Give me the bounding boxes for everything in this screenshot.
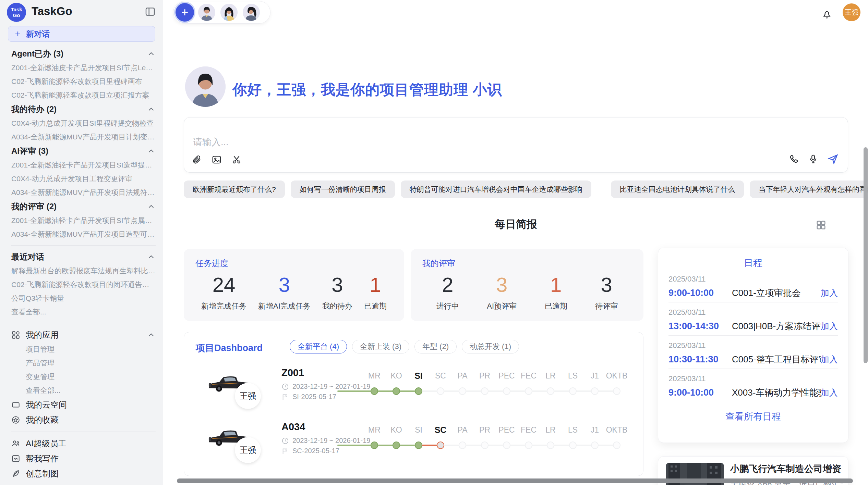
filter-pill[interactable]: 全新平台 (4) [290,340,347,353]
view-all-apps[interactable]: 查看全部... [11,384,156,397]
vertical-scrollbar[interactable] [864,147,868,363]
paperclip-icon[interactable] [192,154,202,165]
chevron-up-icon[interactable] [147,49,156,58]
sidebar-item-my-apps[interactable]: 我的应用 [11,327,156,343]
sidebar-item-ai-super-staff[interactable]: AI超级员工 [11,436,156,451]
sidebar-item-cloud-space[interactable]: 我的云空间 [11,397,156,412]
agent-avatar-3[interactable] [242,3,261,22]
app-item-project-mgmt[interactable]: 项目管理 [11,343,156,356]
join-link[interactable]: 加入 [821,321,838,332]
user-avatar[interactable]: 王强 [843,3,860,21]
section-title: Agent已办 (3) [11,48,63,59]
join-link[interactable]: 加入 [821,354,838,365]
section-my-todo[interactable]: 我的待办 (2) [11,102,156,116]
mic-icon[interactable] [808,154,818,164]
sidebar-item[interactable]: 公司Q3轻卡销量 [11,291,156,305]
sidebar-item-help-me-write[interactable]: 帮我写作 [11,451,156,466]
filter-pill[interactable]: 年型 (2) [414,340,457,353]
event-name: C001-立项审批会 [732,287,821,299]
milestone-label: OKTB [603,425,630,435]
event-time: 9:00-10:00 [668,288,732,298]
view-all-chats[interactable]: 查看全部... [11,305,156,319]
agent-avatar-2[interactable] [219,3,239,22]
app-item-change-mgmt[interactable]: 变更管理 [11,370,156,384]
section-agent-done[interactable]: Agent已办 (3) [11,47,156,61]
chevron-up-icon[interactable] [147,252,156,261]
sidebar-item[interactable]: A034-全新新能源MUV产品开发项目法规符合性评审 [11,186,156,199]
filter-pill[interactable]: 动总开发 (1) [462,340,519,353]
event-time: 10:30-11:30 [668,354,732,365]
sidebar-item-favorites[interactable]: 我的收藏 [11,412,156,427]
sidebar-item[interactable]: C0X4-动力总成开发项目SI里程碑提交物检查 [11,116,156,130]
app-item-product-mgmt[interactable]: 产品管理 [11,356,156,370]
suggestion-chip[interactable]: 特朗普可能对进口汽车增税会对中国车企造成哪些影响 [401,181,591,198]
grid-layout-icon[interactable] [815,219,827,231]
milestone-dot [459,387,466,395]
sidebar-collapse-icon[interactable] [145,6,156,17]
section-ai-review[interactable]: AI评审 (3) [11,144,156,158]
event-date: 2025/03/11 [668,308,838,317]
chevron-up-icon[interactable] [147,331,156,339]
send-icon[interactable] [827,153,839,165]
horizontal-scrollbar[interactable] [177,478,853,483]
suggestion-chip[interactable]: 比亚迪全固态电池计划具体说了什么 [611,181,744,198]
filter-pill[interactable]: 全新上装 (3) [352,340,409,353]
chevron-up-icon[interactable] [147,105,156,114]
phone-icon[interactable] [789,154,799,164]
sidebar-item[interactable]: Z001-全新燃油轻卡产品开发项目SI造型提交物评审 [11,158,156,172]
milestone-dot [547,387,554,395]
stat-label: AI预评审 [487,301,517,311]
divider [11,323,156,323]
new-chat-button[interactable]: 新对话 [8,26,155,42]
chevron-up-icon[interactable] [147,202,156,211]
add-agent-button[interactable] [176,3,194,22]
project-row[interactable]: 王强 A034 2023-12-19 ~ 2026-01-19 SC-2025-… [184,418,643,469]
image-icon[interactable] [212,154,222,165]
agent-avatar-1[interactable] [197,3,216,22]
notification-bell-icon[interactable] [821,9,832,20]
stat: 2进行中 [436,272,459,311]
scissors-icon[interactable] [231,154,242,165]
stat: 3AI预评审 [487,272,517,311]
sidebar-item[interactable]: A034-全新新能源MUV产品开发项目造型可行性评审 [11,227,156,241]
event-date: 2025/03/11 [668,275,838,284]
section-recent-chats[interactable]: 最近对话 [11,250,156,264]
view-all-schedule-link[interactable]: 查看所有日程 [668,410,838,423]
suggestion-chip[interactable]: 欧洲新规最近颁布了什么? [184,181,285,198]
sidebar-item-label: 创意制图 [26,468,59,479]
chevron-up-icon[interactable] [147,147,156,156]
sidebar-item[interactable]: 解释最新出台的欧盟报废车法规再生塑料比例被调至15%... [11,264,156,278]
milestone-dot [415,442,422,449]
app-title: TaskGo [32,5,72,18]
sidebar-item[interactable]: C02-飞腾新能源轻客改款项目里程碑画布 [11,75,156,88]
plus-icon [180,7,190,17]
join-link[interactable]: 加入 [821,287,838,299]
section-my-review[interactable]: 我的评审 (2) [11,199,156,214]
stat-label: 进行中 [436,301,459,311]
sidebar-item[interactable]: C02-飞腾新能源轻客改款项目的闭环通告反馈情况 [11,278,156,291]
suggestion-chip[interactable]: 如何写一份清晰的项目周报 [291,181,395,198]
milestone-dot [525,442,532,449]
project-row[interactable]: 王强 Z001 2023-12-19 ~ 2027-01-19 SI-2025-… [184,364,643,415]
suggestion-chips: 欧洲新规最近颁布了什么? 如何写一份清晰的项目周报 特朗普可能对进口汽车增税会对… [184,181,868,198]
sidebar-item[interactable]: C0X4-动力总成开发项目工程变更评审 [11,172,156,186]
stat-value: 3 [322,272,352,298]
chat-composer[interactable]: 请输入... [184,117,848,173]
milestone-dot [591,387,599,395]
logo-line2: Go [13,12,20,18]
milestone-dot [459,442,466,449]
card-title: 任务进度 [195,258,393,269]
schedule-title: 日程 [668,257,838,269]
write-icon [11,454,20,463]
schedule-card: 日程 2025/03/11 9:00-10:00 C001-立项审批会 加入 2… [658,248,848,443]
agent-switcher [173,1,270,24]
sidebar-item[interactable]: A034-全新新能源MUV产品开发项目计划变更表编写 [11,130,156,144]
join-link[interactable]: 加入 [821,387,838,398]
sidebar-item-creative-drawing[interactable]: 创意制图 [11,466,156,481]
milestone-dot [481,442,489,449]
sidebar-item[interactable]: Z001-全新燃油皮卡产品开发项目SI节点Lesson Learn报告 [11,61,156,75]
suggestion-chip[interactable]: 当下年轻人对汽车外观有怎样的喜好趋势 [750,181,868,198]
sidebar-item[interactable]: C02-飞腾新能源轻客改款项目立项汇报方案 [11,88,156,102]
sidebar-item[interactable]: Z001-全新燃油轻卡产品开发项目SI节点属性5D文件评审 [11,214,156,227]
owner-badge: 王强 [235,437,261,463]
